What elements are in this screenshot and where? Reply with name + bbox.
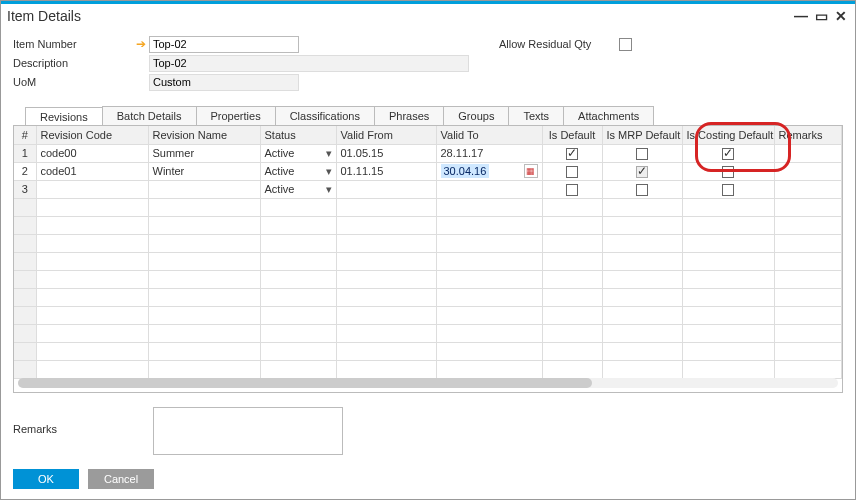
chevron-down-icon[interactable]: ▾	[326, 183, 332, 196]
titlebar: Item Details — ▭ ✕	[1, 1, 855, 27]
col-remarks[interactable]: Remarks	[774, 126, 842, 144]
checkbox-icon[interactable]	[566, 166, 578, 178]
col-valid-to[interactable]: Valid To	[436, 126, 542, 144]
checkbox-icon[interactable]	[636, 148, 648, 160]
cell-remarks[interactable]	[774, 162, 842, 180]
ok-button[interactable]: OK	[13, 469, 79, 489]
cell-rev-code[interactable]: code00	[36, 144, 148, 162]
tab-texts[interactable]: Texts	[508, 106, 564, 125]
allow-residual-checkbox[interactable]	[619, 38, 632, 51]
col-rev-name[interactable]: Revision Name	[148, 126, 260, 144]
tab-properties[interactable]: Properties	[196, 106, 276, 125]
table-row[interactable]	[14, 288, 842, 306]
col-is-costing-default[interactable]: Is Costing Default	[682, 126, 774, 144]
cell-remarks[interactable]	[774, 180, 842, 198]
cell-status[interactable]: Active▾	[260, 144, 336, 162]
calendar-icon[interactable]: ▦	[524, 164, 538, 178]
cell-valid-from[interactable]	[336, 180, 436, 198]
maximize-icon[interactable]: ▭	[813, 8, 829, 24]
col-is-mrp-default[interactable]: Is MRP Default	[602, 126, 682, 144]
horizontal-scrollbar[interactable]	[18, 378, 838, 388]
allow-residual-label: Allow Residual Qty	[499, 38, 619, 50]
link-arrow-icon[interactable]: ➔	[133, 37, 149, 51]
table-row[interactable]	[14, 324, 842, 342]
cell-status[interactable]: Active▾	[260, 180, 336, 198]
table-row[interactable]	[14, 360, 842, 378]
checkbox-icon[interactable]	[636, 184, 648, 196]
table-row[interactable]: 1 code00 Summer Active▾ 01.05.15 28.11.1…	[14, 144, 842, 162]
col-valid-from[interactable]: Valid From	[336, 126, 436, 144]
minimize-icon[interactable]: —	[793, 8, 809, 24]
tab-batch-details[interactable]: Batch Details	[102, 106, 197, 125]
item-number-input[interactable]	[149, 36, 299, 53]
description-input	[149, 55, 469, 72]
form-area: Item Number ➔ Allow Residual Qty Descrip…	[1, 27, 855, 96]
cell-rev-code[interactable]: code01	[36, 162, 148, 180]
row-number: 3	[14, 180, 36, 198]
cancel-button[interactable]: Cancel	[88, 469, 154, 489]
col-status[interactable]: Status	[260, 126, 336, 144]
table-row[interactable]	[14, 342, 842, 360]
tab-attachments[interactable]: Attachments	[563, 106, 654, 125]
cell-rev-name[interactable]: Winter	[148, 162, 260, 180]
tab-revisions[interactable]: Revisions	[25, 107, 103, 126]
cell-status[interactable]: Active▾	[260, 162, 336, 180]
cell-is-default[interactable]	[542, 144, 602, 162]
row-number: 1	[14, 144, 36, 162]
cell-valid-to[interactable]: 28.11.17	[436, 144, 542, 162]
row-number: 2	[14, 162, 36, 180]
table-row[interactable]	[14, 198, 842, 216]
cell-is-costing-default[interactable]	[682, 162, 774, 180]
cell-is-default[interactable]	[542, 162, 602, 180]
table-row[interactable]	[14, 216, 842, 234]
tab-phrases[interactable]: Phrases	[374, 106, 444, 125]
checkbox-icon[interactable]	[566, 184, 578, 196]
cell-is-mrp-default[interactable]	[602, 180, 682, 198]
col-rev-code[interactable]: Revision Code	[36, 126, 148, 144]
remarks-area: Remarks	[13, 407, 843, 455]
item-number-label: Item Number	[13, 38, 133, 50]
revisions-grid: # Revision Code Revision Name Status Val…	[13, 125, 843, 393]
uom-label: UoM	[13, 76, 133, 88]
table-row[interactable]	[14, 270, 842, 288]
tab-classifications[interactable]: Classifications	[275, 106, 375, 125]
cell-valid-from[interactable]: 01.11.15	[336, 162, 436, 180]
table-row[interactable]	[14, 234, 842, 252]
checkbox-icon[interactable]	[722, 166, 734, 178]
table-row[interactable]: 3 Active▾	[14, 180, 842, 198]
cell-is-mrp-default[interactable]	[602, 144, 682, 162]
close-icon[interactable]: ✕	[833, 8, 849, 24]
cell-valid-to[interactable]: 30.04.16 ▦	[436, 162, 542, 180]
checkbox-icon[interactable]	[722, 184, 734, 196]
chevron-down-icon[interactable]: ▾	[326, 147, 332, 160]
grid-header-row: # Revision Code Revision Name Status Val…	[14, 126, 842, 144]
cell-is-mrp-default[interactable]	[602, 162, 682, 180]
cell-valid-to[interactable]	[436, 180, 542, 198]
button-bar: OK Cancel	[13, 469, 160, 489]
chevron-down-icon[interactable]: ▾	[326, 165, 332, 178]
cell-is-costing-default[interactable]	[682, 144, 774, 162]
description-label: Description	[13, 57, 133, 69]
checkbox-icon[interactable]	[722, 148, 734, 160]
cell-valid-to-value[interactable]: 30.04.16	[441, 164, 490, 178]
cell-valid-from[interactable]: 01.05.15	[336, 144, 436, 162]
checkbox-icon[interactable]	[566, 148, 578, 160]
checkbox-icon	[636, 166, 648, 178]
cell-rev-name[interactable]	[148, 180, 260, 198]
cell-rev-code[interactable]	[36, 180, 148, 198]
cell-remarks[interactable]	[774, 144, 842, 162]
cell-is-costing-default[interactable]	[682, 180, 774, 198]
table-row[interactable]	[14, 306, 842, 324]
remarks-label: Remarks	[13, 407, 153, 435]
uom-input	[149, 74, 299, 91]
tab-groups[interactable]: Groups	[443, 106, 509, 125]
tabstrip: Revisions Batch Details Properties Class…	[25, 106, 843, 125]
cell-is-default[interactable]	[542, 180, 602, 198]
table-row[interactable]	[14, 252, 842, 270]
remarks-textarea[interactable]	[153, 407, 343, 455]
col-is-default[interactable]: Is Default	[542, 126, 602, 144]
cell-rev-name[interactable]: Summer	[148, 144, 260, 162]
col-num[interactable]: #	[14, 126, 36, 144]
table-row[interactable]: 2 code01 Winter Active▾ 01.11.15 30.04.1…	[14, 162, 842, 180]
window-title: Item Details	[7, 8, 789, 24]
